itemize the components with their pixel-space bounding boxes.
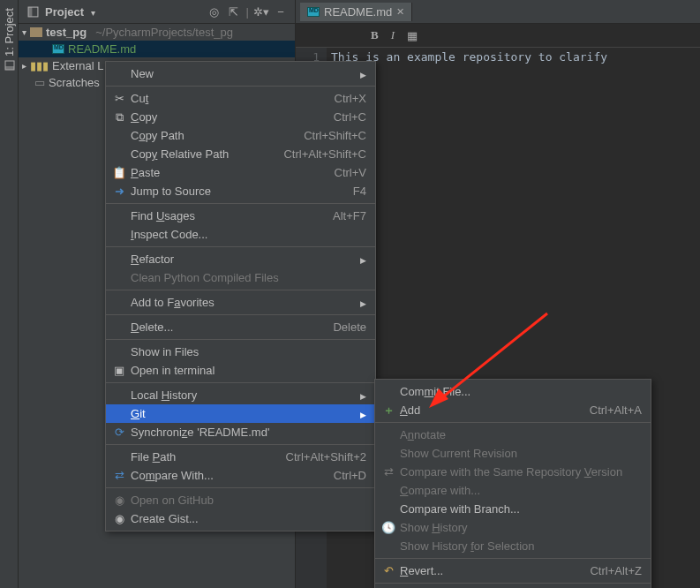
diff-icon: ⇄ <box>111 469 127 482</box>
project-panel-dropdown[interactable] <box>89 5 95 19</box>
library-icon: ▮▮▮ <box>30 59 49 72</box>
menu-inspect-code[interactable]: Inspect Code... <box>106 225 375 244</box>
menu-git-commit[interactable]: Commit File... <box>375 382 651 401</box>
sidebar-tab-project[interactable]: 1: Project <box>3 8 16 71</box>
markdown-file-icon <box>307 7 320 17</box>
tree-external-label: External L <box>52 59 104 72</box>
sidebar-tab-label: 1: Project <box>3 8 16 57</box>
hide-icon[interactable]: − <box>274 4 288 19</box>
context-menu: New ✂CutCtrl+X ⧉CopyCtrl+C Copy PathCtrl… <box>105 61 376 531</box>
menu-git-compare-with: Compare with... <box>375 481 651 500</box>
revert-icon: ↶ <box>380 564 396 577</box>
submenu-arrow-icon <box>360 388 366 402</box>
bold-icon[interactable]: B <box>371 28 379 42</box>
menu-git-compare-same: ⇄Compare with the Same Repository Versio… <box>375 463 651 481</box>
editor-tabs: README.md ✕ <box>296 3 412 21</box>
locate-icon[interactable]: ◎ <box>207 4 222 19</box>
git-submenu: Commit File... ＋AddCtrl+Alt+A Annotate S… <box>374 379 651 588</box>
submenu-arrow-icon <box>360 67 366 80</box>
tree-root-path: ~/PycharmProjects/test_pg <box>95 26 233 39</box>
project-panel-icon <box>26 4 40 19</box>
tree-scratches-label: Scratches <box>49 76 100 89</box>
editor-tab-label: README.md <box>324 5 392 19</box>
submenu-arrow-icon <box>360 296 366 309</box>
add-icon: ＋ <box>380 403 396 418</box>
sync-icon: ⟳ <box>111 426 127 439</box>
menu-synchronize[interactable]: ⟳Synchronize 'README.md' <box>106 423 375 441</box>
expand-arrow-icon[interactable]: ▸ <box>22 61 26 71</box>
github-icon: ◉ <box>111 512 127 525</box>
menu-clean-compiled: Clean Python Compiled Files <box>106 268 375 287</box>
copy-icon: ⧉ <box>111 110 127 124</box>
menu-open-github: ◉Open on GitHub <box>106 491 375 509</box>
tree-file-name: README.md <box>68 42 136 56</box>
editor-tab-readme[interactable]: README.md ✕ <box>300 3 412 21</box>
menu-git-compare-branch[interactable]: Compare with Branch... <box>375 500 651 518</box>
left-gutter-strip: 1: Project <box>0 0 19 588</box>
jump-icon: ➜ <box>111 185 127 198</box>
menu-git-show-history: 🕓Show History <box>375 518 651 537</box>
scratches-icon: ▭ <box>34 76 45 89</box>
italic-icon[interactable]: I <box>391 28 395 42</box>
editor-format-toolbar: B I ▦ <box>296 24 700 48</box>
paste-icon: 📋 <box>111 166 127 179</box>
tab-close-icon[interactable]: ✕ <box>396 6 404 18</box>
menu-git[interactable]: Git <box>106 404 375 423</box>
menu-new[interactable]: New <box>106 64 375 83</box>
table-icon[interactable]: ▦ <box>407 29 418 42</box>
menu-add-favorites[interactable]: Add to Favorites <box>106 293 375 312</box>
menu-git-show-current: Show Current Revision <box>375 444 651 463</box>
tree-root[interactable]: ▾ test_pg ~/PycharmProjects/test_pg <box>19 24 295 41</box>
menu-compare-with[interactable]: ⇄Compare With...Ctrl+D <box>106 466 375 485</box>
github-icon: ◉ <box>111 494 127 507</box>
menu-local-history[interactable]: Local History <box>106 386 375 404</box>
menu-delete[interactable]: Delete...Delete <box>106 318 375 336</box>
menu-create-gist[interactable]: ◉Create Gist... <box>106 509 375 528</box>
menu-cut[interactable]: ✂CutCtrl+X <box>106 89 375 108</box>
menu-show-in-files[interactable]: Show in Files <box>106 343 375 361</box>
tree-root-name: test_pg <box>46 26 87 39</box>
markdown-file-icon <box>52 44 64 54</box>
toolbar-row: Project ◎ ⇱ | ✲▾ − README.md ✕ <box>19 0 700 24</box>
cut-icon: ✂ <box>111 92 127 105</box>
menu-refactor[interactable]: Refactor <box>106 250 375 268</box>
menu-git-revert[interactable]: ↶Revert...Ctrl+Alt+Z <box>375 562 651 580</box>
expand-arrow-icon[interactable]: ▾ <box>22 27 26 37</box>
menu-open-terminal[interactable]: ▣Open in terminal <box>106 361 375 380</box>
menu-paste[interactable]: 📋PasteCtrl+V <box>106 163 375 182</box>
menu-copy-path[interactable]: Copy PathCtrl+Shift+C <box>106 126 375 145</box>
submenu-arrow-icon <box>360 253 366 266</box>
svg-rect-1 <box>5 66 14 70</box>
svg-rect-3 <box>28 7 32 17</box>
terminal-icon: ▣ <box>111 364 127 377</box>
submenu-arrow-icon <box>360 407 366 420</box>
menu-find-usages[interactable]: Find UsagesAlt+F7 <box>106 207 375 225</box>
history-icon: 🕓 <box>380 521 396 534</box>
folder-icon <box>30 27 42 37</box>
menu-git-annotate: Annotate <box>375 426 651 444</box>
project-panel-title: Project <box>45 5 84 19</box>
menu-jump-to-source[interactable]: ➜Jump to SourceF4 <box>106 182 375 200</box>
diff-icon: ⇄ <box>380 465 396 479</box>
settings-icon[interactable]: ✲▾ <box>254 4 268 19</box>
menu-copy[interactable]: ⧉CopyCtrl+C <box>106 108 375 126</box>
menu-git-show-history-sel: Show History for Selection <box>375 537 651 555</box>
menu-git-add[interactable]: ＋AddCtrl+Alt+A <box>375 401 651 419</box>
collapse-icon[interactable]: ⇱ <box>227 4 241 19</box>
menu-copy-rel-path[interactable]: Copy Relative PathCtrl+Alt+Shift+C <box>106 145 375 163</box>
tree-file-readme[interactable]: README.md <box>19 41 295 57</box>
menu-file-path[interactable]: File PathCtrl+Alt+Shift+2 <box>106 448 375 466</box>
